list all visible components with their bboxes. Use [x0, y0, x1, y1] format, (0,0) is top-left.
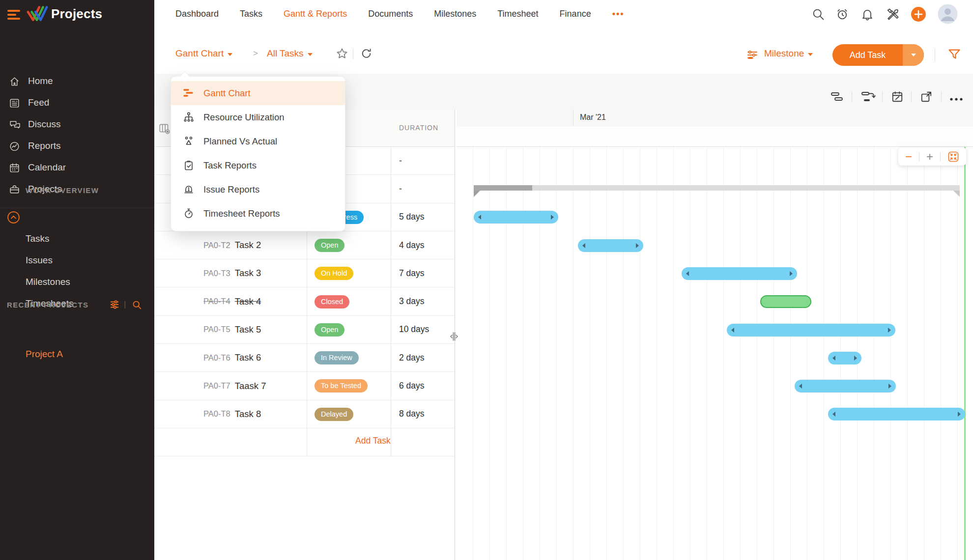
status-badge[interactable]: To be Tested [315, 379, 368, 392]
refresh-icon[interactable] [360, 48, 372, 62]
gantt-task-bar[interactable] [474, 211, 558, 224]
expand-view-icon[interactable] [920, 90, 933, 105]
search-icon[interactable] [811, 7, 825, 23]
menu-item-label: Planned Vs Actual [203, 136, 277, 147]
sidebar-item-feed[interactable]: Feed [0, 92, 154, 113]
add-task-link[interactable]: Add Task [355, 436, 391, 446]
status-badge[interactable]: Open [315, 323, 344, 336]
group-by-label: Milestone [764, 48, 804, 59]
reschedule-icon[interactable] [861, 90, 876, 105]
splitter-drag-handle[interactable] [450, 330, 458, 345]
projects-icon [9, 184, 20, 195]
column-settings-icon[interactable] [158, 122, 171, 137]
topnav-item-tasks[interactable]: Tasks [240, 9, 262, 19]
topnav-item-dashboard[interactable]: Dashboard [175, 9, 219, 19]
menu-item-label: Gantt Chart [203, 88, 251, 99]
grid-line [473, 147, 473, 560]
recent-projects-filter-icon[interactable] [109, 299, 120, 312]
topnav-item-finance[interactable]: Finance [560, 9, 591, 19]
table-row[interactable]: PA0-T8Task 8Delayed8 days [154, 400, 455, 428]
task-duration: 2 days [399, 344, 425, 371]
gantt-task-bar[interactable] [682, 267, 797, 280]
status-badge[interactable]: Delayed [315, 408, 353, 421]
view-selector-label: Gantt Chart [175, 48, 224, 59]
table-row[interactable]: PA0-T5Task 5Open10 days [154, 316, 455, 344]
group-by-selector[interactable]: Milestone [764, 48, 813, 59]
gantt-task-bar[interactable] [578, 239, 643, 252]
scope-selector-label: All Tasks [267, 48, 304, 59]
status-badge[interactable]: In Review [315, 351, 359, 364]
table-row[interactable]: PA0-T3Task 3On Hold7 days [154, 259, 455, 287]
month-label: Mar '21 [580, 113, 606, 122]
topnav-item-timesheet[interactable]: Timesheet [497, 9, 538, 19]
sidebar-item-project-a[interactable]: Project A [26, 349, 63, 360]
status-badge[interactable]: On Hold [315, 267, 353, 280]
avatar[interactable] [938, 4, 958, 26]
menu-item-resource-utilization[interactable]: Resource Utilization [171, 105, 345, 129]
work-overview-collapse-icon[interactable] [7, 211, 20, 226]
menu-item-gantt-chart[interactable]: Gantt Chart [171, 81, 345, 105]
group-by-icon[interactable] [746, 49, 759, 63]
gantt-task-bar[interactable] [795, 380, 896, 392]
grid-line [757, 147, 757, 560]
status-badge[interactable]: Closed [315, 295, 349, 308]
grid-line [640, 147, 640, 560]
view-switcher-menu: Gantt ChartResource UtilizationPlanned V… [171, 76, 345, 231]
topnav-item-documents[interactable]: Documents [368, 9, 413, 19]
menu-item-planned-vs-actual[interactable]: Planned Vs Actual [171, 129, 345, 153]
task-name: Task 8 [235, 409, 261, 420]
notifications-icon[interactable] [860, 7, 874, 23]
scope-selector[interactable]: All Tasks [267, 48, 313, 59]
favorite-star-icon[interactable] [336, 47, 348, 62]
tools-icon[interactable] [886, 7, 899, 23]
timer-icon[interactable] [835, 7, 849, 23]
topnav-item-gantt-reports[interactable]: Gantt & Reports [284, 9, 347, 19]
today-line [964, 147, 966, 560]
status-badge[interactable]: Open [315, 239, 344, 252]
sidebar-item-issues[interactable]: Issues [26, 255, 53, 266]
gantt-task-bar[interactable] [727, 324, 895, 336]
table-row[interactable]: PA0-T6Task 6In Review2 days [154, 344, 455, 372]
divider: | [124, 300, 126, 309]
add-task-button[interactable]: Add Task [832, 44, 924, 66]
sidebar-item-home[interactable]: Home [0, 70, 154, 92]
gantt-task-bar[interactable] [828, 352, 861, 364]
add-button[interactable] [911, 6, 926, 24]
menu-item-task-reports[interactable]: Task Reports [171, 153, 345, 177]
exclude-weekend-calendar-icon[interactable] [891, 90, 904, 105]
sidebar-item-tasks[interactable]: Tasks [26, 233, 50, 244]
filter-icon[interactable] [947, 48, 961, 63]
grid-line [690, 147, 690, 560]
table-row[interactable]: PA0-T4Task 4Closed3 days [154, 288, 455, 316]
more-options-icon[interactable] [949, 94, 963, 103]
task-duration: 6 days [399, 372, 425, 399]
sidebar-item-discuss[interactable]: Discuss [0, 113, 154, 135]
topnav-item-milestones[interactable]: Milestones [434, 9, 476, 19]
gantt-icon [183, 87, 195, 99]
task-duration: 7 days [399, 259, 425, 287]
menu-item-issue-reports[interactable]: Issue Reports [171, 177, 345, 201]
zoom-in-button[interactable]: + [926, 152, 933, 162]
grid-line [824, 147, 824, 560]
grid-line [556, 147, 557, 560]
baseline-view-icon[interactable] [830, 90, 844, 105]
table-row[interactable]: PA0-T7Taask 7To be Tested6 days [154, 372, 455, 400]
hamburger-menu-icon[interactable] [7, 10, 20, 20]
add-task-split-caret[interactable] [903, 44, 924, 66]
gantt-task-bar[interactable] [828, 408, 965, 420]
gantt-task-bar[interactable] [760, 295, 811, 308]
zoom-out-button[interactable]: − [905, 152, 912, 162]
topnav-more-icon[interactable]: ••• [612, 9, 625, 19]
grid-line [590, 147, 590, 560]
recent-projects-search-icon[interactable] [132, 300, 142, 312]
summary-bar[interactable] [474, 185, 960, 191]
sidebar-item-calendar[interactable]: Calendar [0, 157, 154, 178]
menu-item-timesheet-reports[interactable]: Timesheet Reports [171, 201, 345, 225]
fit-to-screen-icon[interactable] [947, 151, 959, 163]
sidebar-item-milestones[interactable]: Milestones [26, 277, 70, 287]
grid-line [573, 147, 573, 560]
table-row[interactable]: PA0-T2Task 2Open4 days [154, 231, 455, 259]
view-selector[interactable]: Gantt Chart [175, 48, 232, 59]
task-label: PA0-T5Task 5 [203, 316, 261, 343]
sidebar-item-reports[interactable]: Reports [0, 135, 154, 157]
